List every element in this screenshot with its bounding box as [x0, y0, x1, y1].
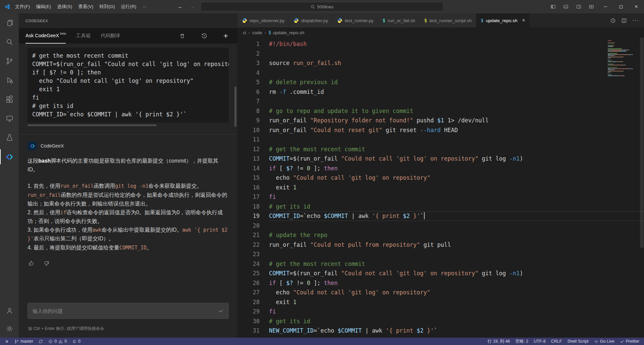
- editor-tab-dispatcher.py[interactable]: dispatcher.py: [289, 13, 333, 27]
- code-line-20[interactable]: [269, 221, 644, 231]
- breadcrumb-item[interactable]: code: [252, 30, 262, 35]
- code-line-9[interactable]: run_or_fail "Repository folder not found…: [269, 116, 644, 125]
- code-line-14[interactable]: if [ $? != 0 ]; then: [269, 164, 644, 173]
- close-tab-icon[interactable]: ×: [522, 18, 525, 23]
- history-icon[interactable]: [201, 33, 207, 39]
- settings-gear-icon[interactable]: [0, 320, 19, 338]
- panel-tab-2[interactable]: 代码翻译: [101, 28, 120, 44]
- code-line-3[interactable]: source run_or_fail.sh: [269, 58, 644, 68]
- extensions-icon[interactable]: [0, 90, 19, 109]
- code-line-11[interactable]: [269, 135, 644, 145]
- menu-item-0[interactable]: 文件(F): [12, 0, 33, 13]
- panel-tab-1[interactable]: 工具箱: [76, 28, 91, 44]
- code-line-23[interactable]: [269, 249, 644, 259]
- code-line-25[interactable]: COMMIT=$(run_or_fail "Could not call 'gi…: [269, 269, 644, 278]
- code-line-28[interactable]: exit 1: [269, 297, 644, 307]
- code-line-2[interactable]: [269, 49, 644, 59]
- panel-scrollbar[interactable]: [234, 87, 236, 127]
- code-line-12[interactable]: # get the most recent commit: [269, 145, 644, 154]
- code-line-26[interactable]: if [ $? != 0 ]; then: [269, 278, 644, 288]
- split-editor-icon[interactable]: [621, 18, 627, 23]
- breadcrumb-item[interactable]: ci: [243, 30, 246, 35]
- customize-layout-icon[interactable]: [585, 0, 598, 13]
- panel-tab-0[interactable]: Ask CodeGeeXbeta: [25, 28, 66, 44]
- enter-icon[interactable]: [218, 308, 224, 314]
- editor-scrollbar[interactable]: [639, 38, 644, 338]
- toggle-secondary-sidebar-icon[interactable]: [572, 0, 585, 13]
- code-line-15[interactable]: echo "Could not call 'git log' on reposi…: [269, 173, 644, 183]
- forward-arrow-icon[interactable]: →: [190, 4, 195, 10]
- editor-tab-test_runner_script.sh[interactable]: $test_runner_script.sh: [420, 13, 477, 27]
- code-line-30[interactable]: # get its id: [269, 317, 644, 326]
- prettier-indicator[interactable]: Prettier: [617, 338, 642, 345]
- code-line-19[interactable]: COMMIT_ID=`echo $COMMIT | awk '{ print $…: [269, 211, 644, 221]
- code-block-hscrollbar[interactable]: [28, 124, 157, 126]
- timeline-icon[interactable]: [610, 18, 616, 23]
- editor-tab-run_or_fail.sh[interactable]: $run_or_fail.sh: [378, 13, 420, 27]
- minimap[interactable]: [608, 40, 639, 76]
- menu-item-5[interactable]: 运行(R): [118, 0, 140, 13]
- code-line-1[interactable]: #!/bin/bash: [269, 39, 644, 49]
- branch-indicator[interactable]: master: [12, 338, 36, 345]
- source-control-icon[interactable]: [0, 52, 19, 71]
- search-panel-icon[interactable]: [0, 33, 19, 52]
- remote-indicator[interactable]: [2, 338, 12, 345]
- new-chat-icon[interactable]: +: [223, 32, 228, 40]
- trash-icon[interactable]: [179, 33, 185, 39]
- editor-tab-repo_observer.py[interactable]: repo_observer.py: [237, 13, 289, 27]
- thumbs-down-icon[interactable]: [43, 260, 50, 267]
- menu-item-6[interactable]: ···: [140, 0, 150, 13]
- code-line-8[interactable]: # go to repo and update it to given comm…: [269, 106, 644, 116]
- remote-explorer-icon[interactable]: [0, 109, 19, 128]
- code-line-22[interactable]: run_or_fail "Could not pull from reposit…: [269, 240, 644, 250]
- code-line-17[interactable]: fi: [269, 192, 644, 202]
- code-line-27[interactable]: echo "Could not call 'git log' on reposi…: [269, 288, 644, 297]
- code-line-18[interactable]: # get its id: [269, 202, 644, 212]
- encoding[interactable]: UTF-8: [531, 338, 548, 345]
- menu-item-3[interactable]: 查看(V): [75, 0, 96, 13]
- minimize-button[interactable]: [598, 0, 613, 13]
- sync-button[interactable]: [36, 338, 46, 345]
- thumbs-up-icon[interactable]: [28, 260, 35, 267]
- menu-item-4[interactable]: 转到(G): [96, 0, 118, 13]
- question-input[interactable]: [33, 308, 218, 314]
- close-window-button[interactable]: ×: [629, 0, 644, 13]
- run-and-debug-icon[interactable]: [0, 71, 19, 90]
- indentation[interactable]: 空格: 2: [513, 338, 531, 345]
- account-icon[interactable]: [0, 301, 19, 320]
- code-line-24[interactable]: # get the most recent commit: [269, 259, 644, 269]
- code-line-29[interactable]: fi: [269, 307, 644, 317]
- code-line-21[interactable]: # update the repo: [269, 230, 644, 240]
- code-line-31[interactable]: NEW_COMMIT_ID=`echo $COMMIT | awk '{ pri…: [269, 326, 644, 336]
- command-center-search[interactable]: 500lines: [201, 2, 443, 11]
- maximize-button[interactable]: [613, 0, 629, 13]
- language-mode[interactable]: Shell Script: [565, 338, 591, 345]
- back-arrow-icon[interactable]: ←: [178, 4, 183, 10]
- line-number: 16: [237, 183, 260, 192]
- code-line-4[interactable]: [269, 68, 644, 78]
- code-line-6[interactable]: rm -f .commit_id: [269, 87, 644, 97]
- testing-icon[interactable]: [0, 128, 19, 147]
- code-line-10[interactable]: run_or_fail "Could not reset git" git re…: [269, 125, 644, 135]
- explorer-icon[interactable]: [0, 13, 19, 33]
- go-live-button[interactable]: Go Live: [591, 338, 617, 345]
- menu-item-1[interactable]: 编辑(E): [33, 0, 54, 13]
- cursor-position[interactable]: 行 19, 列 46: [485, 338, 513, 345]
- code-line-5[interactable]: # delete previous id: [269, 77, 644, 87]
- breadcrumb[interactable]: ci›code›$update_repo.sh: [237, 27, 644, 38]
- code-line-7[interactable]: [269, 97, 644, 106]
- code-line-16[interactable]: exit 1: [269, 183, 644, 192]
- notifications-indicator[interactable]: 0: [69, 338, 83, 345]
- code-line-13[interactable]: COMMIT=$(run_or_fail "Could not call 'gi…: [269, 154, 644, 164]
- codegeex-panel-icon[interactable]: [0, 147, 19, 166]
- breadcrumb-file[interactable]: $update_repo.sh: [268, 30, 304, 35]
- editor-tab-test_runner.py[interactable]: test_runner.py: [333, 13, 378, 27]
- eol-sequence[interactable]: CRLF: [548, 338, 565, 345]
- editor-tab-update_repo.sh[interactable]: $update_repo.sh×: [476, 13, 530, 27]
- problems-indicator[interactable]: 0 0: [46, 338, 69, 345]
- more-actions-icon[interactable]: ···: [632, 17, 639, 23]
- toggle-sidebar-icon[interactable]: [547, 0, 559, 13]
- editor-group: repo_observer.pydispatcher.pytest_runner…: [237, 13, 644, 338]
- toggle-panel-icon[interactable]: [559, 0, 572, 13]
- menu-item-2[interactable]: 选择(S): [54, 0, 75, 13]
